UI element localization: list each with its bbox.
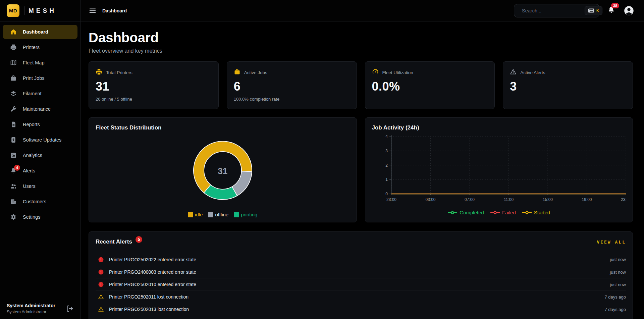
sidebar-item-alerts[interactable]: 4 Alerts bbox=[3, 164, 77, 178]
brand: MD MESH bbox=[0, 0, 80, 21]
building-icon bbox=[10, 198, 17, 205]
legend-swatch bbox=[208, 212, 213, 217]
sidebar-item-label: Print Jobs bbox=[23, 75, 44, 81]
user-name: System Administrator bbox=[7, 303, 55, 308]
view-all-button[interactable]: VIEW ALL bbox=[597, 240, 626, 245]
alert-row[interactable]: Printer PRGO2502022 entered error state … bbox=[96, 253, 626, 266]
legend-item-failed[interactable]: Failed bbox=[490, 210, 516, 215]
search-input[interactable] bbox=[522, 8, 585, 13]
svg-text:1: 1 bbox=[385, 177, 388, 182]
donut-center-label: 31 bbox=[185, 133, 260, 209]
layers-icon bbox=[10, 90, 17, 97]
alert-time: just now bbox=[610, 270, 626, 275]
sidebar-item-printers[interactable]: Printers bbox=[3, 40, 77, 54]
svg-text:11:00: 11:00 bbox=[503, 197, 513, 202]
legend-item-offline[interactable]: offline bbox=[208, 212, 228, 217]
alert-message: Printer PRGO2400003 entered error state bbox=[109, 269, 196, 275]
alert-message: Printer PRGO2502011 lost connection bbox=[109, 294, 189, 300]
printer-icon bbox=[96, 68, 102, 76]
stat-card-active-jobs: Active Jobs 6 100.0% completion rate bbox=[227, 61, 357, 109]
sidebar: MD MESH Dashboard Printers Fleet Map Pri… bbox=[0, 0, 80, 319]
sidebar-item-label: Dashboard bbox=[23, 29, 48, 35]
sidebar-item-users[interactable]: Users bbox=[3, 179, 77, 193]
svg-text:4: 4 bbox=[385, 134, 388, 139]
keyboard-shortcut-badge: K bbox=[585, 6, 602, 15]
error-icon bbox=[98, 281, 104, 287]
alert-row[interactable]: Printer PRGO2400003 entered error state … bbox=[96, 266, 626, 278]
warning-triangle-icon bbox=[510, 68, 517, 76]
briefcase-icon bbox=[10, 75, 17, 82]
stat-card-fleet-utilization: Fleet Utilization 0.0% bbox=[365, 61, 495, 109]
alert-row[interactable]: Printer PRGO2502013 lost connection 7 da… bbox=[96, 303, 626, 315]
legend-item-printing[interactable]: printing bbox=[234, 212, 257, 217]
stat-label: Active Alerts bbox=[520, 70, 545, 75]
breadcrumb: Dashboard bbox=[102, 8, 127, 13]
alert-message: Printer PRGO2502013 lost connection bbox=[109, 307, 189, 312]
stats-row: Total Printers 31 26 online / 5 offline … bbox=[89, 61, 633, 109]
sidebar-item-reports[interactable]: Reports bbox=[3, 117, 77, 131]
sidebar-item-label: Users bbox=[23, 183, 36, 189]
warning-icon bbox=[98, 306, 104, 312]
sidebar-item-software-updates[interactable]: Software Updates bbox=[3, 133, 77, 147]
svg-text:0: 0 bbox=[385, 192, 388, 196]
sidebar-item-print-jobs[interactable]: Print Jobs bbox=[3, 71, 77, 85]
topbar: Dashboard K 38 bbox=[80, 0, 644, 21]
stat-value: 3 bbox=[510, 79, 626, 94]
map-icon bbox=[10, 59, 17, 66]
briefcase-icon bbox=[234, 68, 240, 76]
sidebar-item-filament[interactable]: Filament bbox=[3, 87, 77, 101]
sidebar-item-label: Fleet Map bbox=[23, 60, 44, 65]
alert-time: 7 days ago bbox=[604, 295, 626, 300]
line-legend: Completed Failed Started bbox=[372, 210, 626, 215]
notification-count-badge: 38 bbox=[611, 3, 619, 8]
sidebar-item-maintenance[interactable]: Maintenance bbox=[3, 102, 77, 116]
gear-icon bbox=[10, 214, 17, 220]
user-role: System Administrator bbox=[7, 310, 55, 314]
alerts-title: Recent Alerts bbox=[96, 238, 132, 245]
logo-divider bbox=[24, 6, 24, 15]
alert-row[interactable]: Printer PRGO2502011 lost connection 7 da… bbox=[96, 290, 626, 303]
brand-name: MESH bbox=[29, 7, 56, 14]
search-box: K bbox=[514, 4, 599, 17]
notifications-bell-icon[interactable]: 38 bbox=[607, 6, 615, 15]
job-activity-card: Job Activity (24h) 0123423:0003:0007:001… bbox=[365, 117, 633, 222]
page-title: Dashboard bbox=[89, 30, 633, 45]
stat-value: 31 bbox=[96, 79, 212, 94]
main-area: Dashboard K 38 Dashboard bbox=[80, 0, 644, 319]
sidebar-nav: Dashboard Printers Fleet Map Print Jobs … bbox=[0, 21, 80, 298]
stat-label: Active Jobs bbox=[244, 70, 267, 75]
alerts-list: Printer PRGO2502022 entered error state … bbox=[96, 253, 626, 315]
sidebar-item-customers[interactable]: Customers bbox=[3, 195, 77, 209]
sidebar-item-label: Printers bbox=[23, 45, 40, 50]
sidebar-item-settings[interactable]: Settings bbox=[3, 210, 77, 224]
avatar[interactable] bbox=[624, 6, 634, 16]
alert-row[interactable]: Printer PRGO2502010 entered error state … bbox=[96, 278, 626, 290]
svg-text:2: 2 bbox=[385, 163, 388, 168]
content: Dashboard Fleet overview and key metrics… bbox=[80, 21, 644, 319]
page-subtitle: Fleet overview and key metrics bbox=[89, 48, 633, 54]
sidebar-item-label: Reports bbox=[23, 122, 40, 127]
users-icon bbox=[10, 183, 17, 190]
sidebar-item-analytics[interactable]: Analytics bbox=[3, 148, 77, 162]
stat-value: 6 bbox=[234, 79, 350, 94]
alert-message: Printer PRGO2502010 entered error state bbox=[109, 282, 196, 287]
alert-time: just now bbox=[610, 282, 626, 287]
sidebar-item-dashboard[interactable]: Dashboard bbox=[3, 25, 77, 39]
gauge-icon bbox=[372, 68, 379, 76]
stat-card-active-alerts: Active Alerts 3 bbox=[503, 61, 633, 109]
sidebar-item-fleet-map[interactable]: Fleet Map bbox=[3, 56, 77, 70]
legend-item-started[interactable]: Started bbox=[522, 210, 550, 215]
fleet-status-card: Fleet Status Distribution 31 idle offlin… bbox=[89, 117, 357, 222]
alerts-header: Recent Alerts 5 VIEW ALL bbox=[96, 238, 626, 245]
alert-time: 7 days ago bbox=[604, 307, 626, 312]
hamburger-menu-icon[interactable] bbox=[89, 7, 96, 14]
charts-row: Fleet Status Distribution 31 idle offlin… bbox=[89, 117, 633, 222]
svg-text:23:00: 23:00 bbox=[386, 197, 396, 202]
stat-label: Total Printers bbox=[106, 70, 132, 75]
error-icon bbox=[98, 269, 104, 275]
legend-item-idle[interactable]: idle bbox=[188, 212, 203, 217]
legend-item-completed[interactable]: Completed bbox=[447, 210, 484, 215]
logout-icon[interactable] bbox=[66, 305, 73, 312]
alert-time: just now bbox=[610, 257, 626, 262]
warning-icon bbox=[98, 294, 104, 300]
